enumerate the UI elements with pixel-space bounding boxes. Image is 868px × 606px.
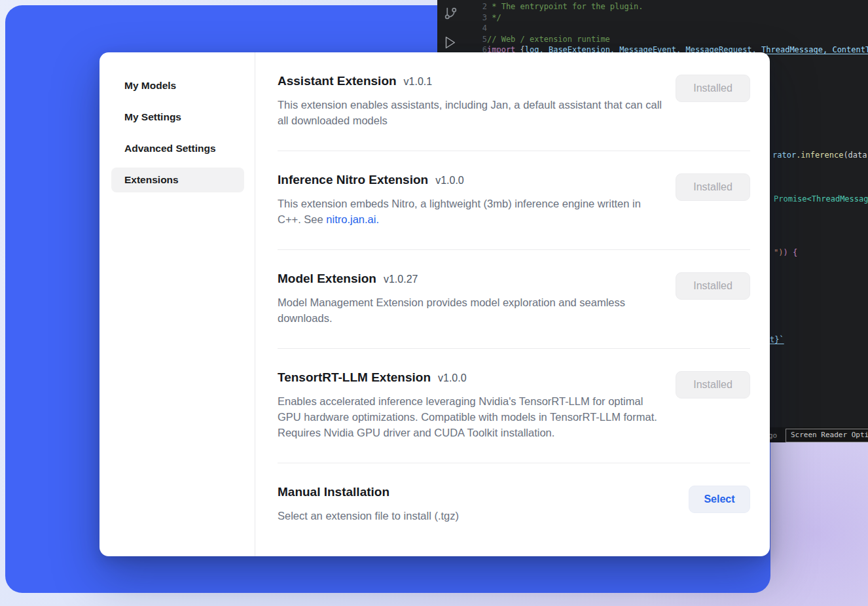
code-line: 5// Web / extension runtime (437, 34, 868, 45)
desktop-background: 2 * The entrypoint for the plugin. 3 */ … (0, 0, 868, 606)
settings-modal: My Models My Settings Advanced Settings … (99, 52, 770, 556)
extension-heading: Inference Nitro Extensionv1.0.0 (278, 172, 665, 188)
extension-version: v1.0.27 (384, 274, 418, 285)
extensions-panel: Assistant Extensionv1.0.1 This extension… (255, 52, 770, 556)
code-line: 2 * The entrypoint for the plugin. (437, 1, 868, 12)
extension-title: TensortRT-LLM Extension (278, 370, 431, 384)
extension-row-tensorrt-llm: TensortRT-LLM Extensionv1.0.0 Enables ac… (278, 349, 750, 463)
extension-version: v1.0.0 (438, 372, 467, 383)
extension-row-assistant: Assistant Extensionv1.0.1 This extension… (278, 52, 750, 151)
line-number: 5 (437, 34, 487, 45)
extension-description: Enables accelerated inference leveraging… (278, 393, 665, 440)
sidebar-item-my-models[interactable]: My Models (111, 73, 244, 98)
extension-title: Assistant Extension (278, 74, 397, 88)
extension-row-model: Model Extensionv1.0.27 Model Management … (278, 250, 750, 349)
code-line: 4 (437, 23, 868, 34)
code-fragment: rator.inference(data)); (772, 150, 868, 161)
extension-title: Model Extension (278, 272, 376, 285)
code-fragment: Promise<ThreadMessage> (774, 194, 868, 205)
extension-description: Model Management Extension provides mode… (278, 294, 665, 326)
extension-row-inference-nitro: Inference Nitro Extensionv1.0.0 This ext… (278, 151, 750, 250)
code-fragment: ")) { (774, 247, 797, 258)
code-fragment: t}` (770, 334, 784, 346)
extension-description: This extension enables assistants, inclu… (278, 97, 665, 128)
extension-description: This extension embeds Nitro, a lightweig… (278, 196, 665, 227)
settings-sidebar: My Models My Settings Advanced Settings … (99, 52, 255, 556)
sidebar-item-extensions[interactable]: Extensions (111, 168, 244, 192)
sidebar-item-my-settings[interactable]: My Settings (111, 105, 244, 130)
manual-installation-row: Manual Installation Select an extension … (278, 463, 750, 541)
code-lines: 2 * The entrypoint for the plugin. 3 */ … (437, 1, 868, 56)
installed-button: Installed (676, 173, 750, 201)
installed-button: Installed (676, 371, 750, 399)
code-line: 3 */ (437, 12, 868, 24)
nitro-jan-ai-link[interactable]: nitro.jan.ai. (326, 213, 379, 225)
manual-installation-heading: Manual Installation (278, 484, 459, 500)
line-number: 2 (437, 1, 487, 12)
extension-version: v1.0.1 (404, 76, 433, 87)
extension-version: v1.0.0 (435, 175, 464, 186)
extension-heading: Model Extensionv1.0.27 (278, 271, 665, 287)
installed-button: Installed (676, 75, 750, 102)
line-number: 3 (437, 12, 487, 24)
manual-installation-title: Manual Installation (278, 485, 389, 499)
manual-installation-description: Select an extension file to install (.tg… (278, 508, 459, 524)
extension-heading: Assistant Extensionv1.0.1 (278, 73, 665, 89)
screen-reader-optimized-badge[interactable]: Screen Reader Optimized (786, 429, 868, 442)
sidebar-item-advanced-settings[interactable]: Advanced Settings (111, 136, 244, 161)
extension-heading: TensortRT-LLM Extensionv1.0.0 (278, 370, 665, 385)
select-file-button[interactable]: Select (689, 486, 750, 513)
line-number: 4 (437, 23, 487, 34)
installed-button: Installed (676, 272, 750, 300)
extension-title: Inference Nitro Extension (278, 173, 428, 187)
